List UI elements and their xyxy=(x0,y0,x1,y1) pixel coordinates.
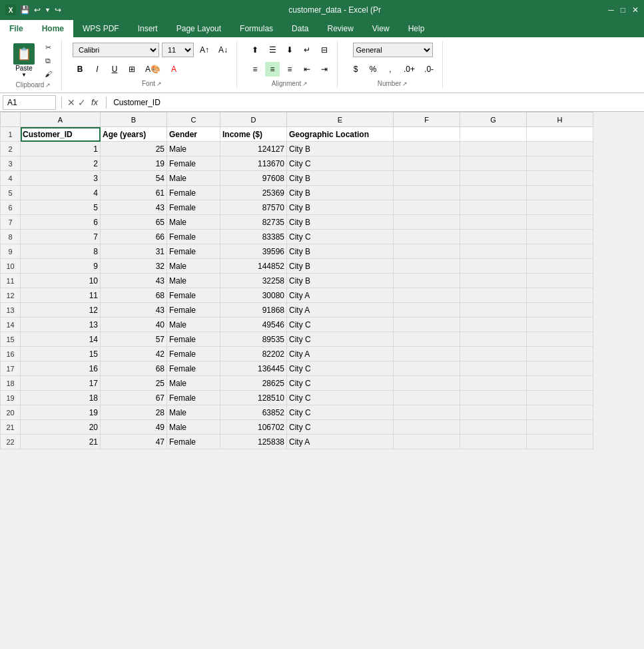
cell-11-C[interactable]: Male xyxy=(167,274,220,288)
cell-13-E[interactable]: City A xyxy=(287,303,394,318)
cell-18-C[interactable]: Male xyxy=(167,376,220,391)
cell-9-F[interactable] xyxy=(394,244,460,259)
cell-8-E[interactable]: City C xyxy=(287,230,394,244)
cell-5-H[interactable] xyxy=(527,186,593,200)
cell-12-D[interactable]: 30080 xyxy=(220,288,287,303)
font-decrease-button[interactable]: A↓ xyxy=(215,43,231,57)
cell-2-G[interactable] xyxy=(460,142,527,156)
cell-10-D[interactable]: 144852 xyxy=(220,259,287,274)
tab-review[interactable]: Review xyxy=(318,20,362,37)
redo-icon[interactable]: ↪ xyxy=(55,5,61,15)
cell-14-H[interactable] xyxy=(527,318,593,332)
cell-8-A[interactable]: 7 xyxy=(21,230,101,244)
cell-3-G[interactable] xyxy=(460,156,527,171)
percent-button[interactable]: % xyxy=(366,62,380,77)
cell-3-B[interactable]: 19 xyxy=(101,156,167,171)
comma-button[interactable]: , xyxy=(383,62,398,77)
cell-2-H[interactable] xyxy=(527,142,593,156)
cell-3-D[interactable]: 113670 xyxy=(220,156,287,171)
close-icon[interactable]: ✕ xyxy=(632,5,639,15)
underline-button[interactable]: U xyxy=(107,62,122,77)
cell-19-G[interactable] xyxy=(460,391,527,405)
cell-12-C[interactable]: Female xyxy=(167,288,220,303)
cell-9-D[interactable]: 39596 xyxy=(220,244,287,259)
cell-21-B[interactable]: 49 xyxy=(101,420,167,435)
cell-8-F[interactable] xyxy=(394,230,460,244)
cell-21-F[interactable] xyxy=(394,420,460,435)
cell-7-F[interactable] xyxy=(394,215,460,230)
cell-5-F[interactable] xyxy=(394,186,460,200)
cell-9-C[interactable]: Female xyxy=(167,244,220,259)
number-format-select[interactable]: General xyxy=(353,43,433,57)
cell-1-C[interactable]: Gender xyxy=(167,127,220,142)
copy-button[interactable]: ⧉ xyxy=(40,55,56,67)
cell-14-C[interactable]: Male xyxy=(167,318,220,332)
cell-18-H[interactable] xyxy=(527,376,593,391)
cell-2-B[interactable]: 25 xyxy=(101,142,167,156)
tab-wps-pdf[interactable]: WPS PDF xyxy=(73,20,129,37)
cell-13-G[interactable] xyxy=(460,303,527,318)
cancel-formula-icon[interactable]: ✕ xyxy=(67,97,75,108)
cell-18-G[interactable] xyxy=(460,376,527,391)
align-right-button[interactable]: ≡ xyxy=(282,62,297,77)
indent-decrease-button[interactable]: ⇤ xyxy=(300,62,314,77)
cell-3-H[interactable] xyxy=(527,156,593,171)
cell-1-D[interactable]: Income ($) xyxy=(220,127,287,142)
cell-12-A[interactable]: 11 xyxy=(21,288,101,303)
cell-4-E[interactable]: City B xyxy=(287,171,394,186)
cell-10-F[interactable] xyxy=(394,259,460,274)
col-header-C[interactable]: C xyxy=(167,112,220,127)
cell-16-B[interactable]: 42 xyxy=(101,347,167,361)
cell-19-H[interactable] xyxy=(527,391,593,405)
cell-5-A[interactable]: 4 xyxy=(21,186,101,200)
cell-17-D[interactable]: 136445 xyxy=(220,361,287,376)
cell-22-F[interactable] xyxy=(394,435,460,449)
cell-5-C[interactable]: Female xyxy=(167,186,220,200)
cell-18-B[interactable]: 25 xyxy=(101,376,167,391)
cell-11-D[interactable]: 32258 xyxy=(220,274,287,288)
cell-15-D[interactable]: 89535 xyxy=(220,332,287,347)
cell-6-C[interactable]: Female xyxy=(167,200,220,215)
cell-20-H[interactable] xyxy=(527,405,593,420)
cell-20-F[interactable] xyxy=(394,405,460,420)
cell-15-B[interactable]: 57 xyxy=(101,332,167,347)
font-size-select[interactable]: 11 xyxy=(162,43,194,57)
cell-1-E[interactable]: Geographic Location xyxy=(287,127,394,142)
cell-21-C[interactable]: Male xyxy=(167,420,220,435)
cell-11-H[interactable] xyxy=(527,274,593,288)
number-expand-icon[interactable]: ↗ xyxy=(402,81,408,87)
confirm-formula-icon[interactable]: ✓ xyxy=(78,97,86,108)
wrap-text-button[interactable]: ↵ xyxy=(300,43,314,57)
cell-3-A[interactable]: 2 xyxy=(21,156,101,171)
cell-10-A[interactable]: 9 xyxy=(21,259,101,274)
col-header-G[interactable]: G xyxy=(460,112,527,127)
cell-22-E[interactable]: City A xyxy=(287,435,394,449)
cell-2-F[interactable] xyxy=(394,142,460,156)
align-center-button[interactable]: ≡ xyxy=(265,62,280,77)
maximize-icon[interactable]: □ xyxy=(621,5,625,15)
cell-17-H[interactable] xyxy=(527,361,593,376)
cell-21-H[interactable] xyxy=(527,420,593,435)
cell-2-C[interactable]: Male xyxy=(167,142,220,156)
cell-12-H[interactable] xyxy=(527,288,593,303)
align-top-button[interactable]: ⬆ xyxy=(248,43,262,57)
cell-10-H[interactable] xyxy=(527,259,593,274)
cell-7-D[interactable]: 82735 xyxy=(220,215,287,230)
cell-5-G[interactable] xyxy=(460,186,527,200)
cell-7-G[interactable] xyxy=(460,215,527,230)
cell-21-E[interactable]: City C xyxy=(287,420,394,435)
grid-container[interactable]: ABCDEFGH 1Customer_IDAge (years)GenderIn… xyxy=(0,112,644,649)
cell-12-G[interactable] xyxy=(460,288,527,303)
cell-10-G[interactable] xyxy=(460,259,527,274)
cell-12-E[interactable]: City A xyxy=(287,288,394,303)
cell-8-D[interactable]: 83385 xyxy=(220,230,287,244)
cell-20-B[interactable]: 28 xyxy=(101,405,167,420)
col-header-B[interactable]: B xyxy=(101,112,167,127)
cell-3-F[interactable] xyxy=(394,156,460,171)
cell-21-A[interactable]: 20 xyxy=(21,420,101,435)
align-middle-button[interactable]: ☰ xyxy=(265,43,280,57)
cell-1-H[interactable] xyxy=(527,127,593,142)
cell-20-D[interactable]: 63852 xyxy=(220,405,287,420)
cell-6-D[interactable]: 87570 xyxy=(220,200,287,215)
cell-4-C[interactable]: Male xyxy=(167,171,220,186)
